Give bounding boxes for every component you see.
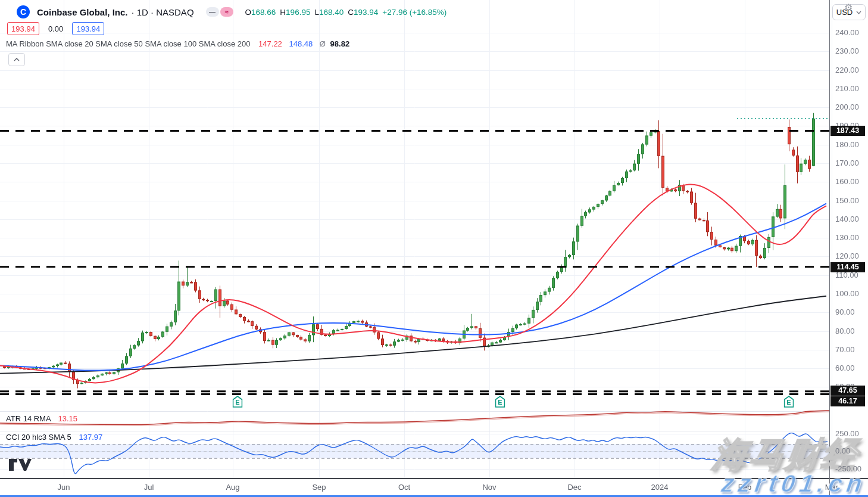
cci-indicator-legend[interactable]: CCI 20 hlc3 SMA 5 137.97 xyxy=(6,433,102,442)
price-tick-label: 160.00 xyxy=(835,177,859,186)
ma-ribbon-label: MA Ribbon SMA close 20 SMA close 50 SMA … xyxy=(6,39,250,48)
hide-indicator-icon[interactable]: — xyxy=(206,7,219,17)
time-tick-label: 2024 xyxy=(651,483,669,492)
price-axis[interactable]: USD 240.00230.00220.00210.00200.00190.00… xyxy=(830,0,868,497)
ma-average-value: 98.82 xyxy=(330,39,350,48)
time-tick-label: Jul xyxy=(144,483,154,492)
low-value: 168.40 xyxy=(319,8,344,17)
price-level-tag: 46.17 xyxy=(830,396,865,406)
price-level-tag: 47.65 xyxy=(830,386,865,396)
ma-ribbon-legend[interactable]: MA Ribbon SMA close 20 SMA close 50 SMA … xyxy=(6,39,349,50)
price-tick-label: 60.00 xyxy=(835,364,855,372)
symbol-interval-exchange: · 1D · NASDAQ xyxy=(132,7,194,17)
time-tick-label: Oct xyxy=(398,483,410,492)
bid-ask-row: 193.94 0.00 193.94 xyxy=(7,21,104,36)
cci-value: 137.97 xyxy=(79,433,102,442)
price-tick-label: 130.00 xyxy=(835,233,859,242)
spread-value: 0.00 xyxy=(48,24,63,33)
price-tick-label: 220.00 xyxy=(835,66,859,74)
ma-average-symbol: Ø xyxy=(320,39,326,48)
legend-pills: — ≈ xyxy=(206,7,233,17)
sell-price-button[interactable]: 193.94 xyxy=(7,22,39,35)
tradingview-chart-window: C Coinbase Global, Inc. · 1D · NASDAQ — … xyxy=(0,0,868,497)
tradingview-logo[interactable] xyxy=(8,458,32,472)
symbol-title[interactable]: Coinbase Global, Inc. xyxy=(37,7,128,17)
price-tick-label: 90.00 xyxy=(835,307,855,316)
low-key: L xyxy=(314,8,319,17)
price-tick-label: 140.00 xyxy=(835,215,859,223)
atr-value: 13.15 xyxy=(58,414,78,423)
high-key: H xyxy=(280,8,286,17)
close-key: C xyxy=(348,8,354,17)
price-tick-label: 210.00 xyxy=(835,84,859,93)
cci-label: CCI 20 hlc3 SMA 5 xyxy=(6,433,71,442)
price-tick-label: 70.00 xyxy=(835,345,855,354)
price-tick-label: 200.00 xyxy=(835,102,859,111)
gear-icon[interactable]: ⚙ xyxy=(844,2,853,13)
price-tick-label: 230.00 xyxy=(835,46,859,55)
price-tick-label: 80.00 xyxy=(835,327,855,336)
time-tick-label: Dec xyxy=(567,483,581,492)
earnings-marker[interactable]: E xyxy=(495,396,505,408)
price-tick-label: 240.00 xyxy=(835,28,859,37)
high-value: 196.95 xyxy=(286,8,310,17)
price-tick-label: 100.00 xyxy=(835,289,859,298)
buy-price-button[interactable]: 193.94 xyxy=(72,22,104,35)
chart-canvas[interactable] xyxy=(0,0,868,497)
time-tick-label: Sep xyxy=(312,483,326,492)
atr-indicator-legend[interactable]: ATR 14 RMA 13.15 xyxy=(6,414,77,423)
open-value: 168.66 xyxy=(251,8,276,17)
collapse-legend-button[interactable] xyxy=(8,53,25,66)
earnings-marker[interactable]: E xyxy=(233,396,243,408)
price-tick-label: 120.00 xyxy=(835,251,859,260)
price-level-tag: 187.43 xyxy=(830,126,865,136)
chevron-down-icon xyxy=(856,11,861,14)
svg-text:E: E xyxy=(786,399,791,406)
earnings-marker[interactable]: E xyxy=(784,396,794,408)
close-value: 193.94 xyxy=(354,8,378,17)
svg-text:E: E xyxy=(498,399,502,406)
cci-tick-label: 250.00 xyxy=(835,429,859,438)
time-tick-label: Aug xyxy=(226,483,239,492)
atr-label: ATR 14 RMA xyxy=(6,414,51,423)
time-tick-label: Nov xyxy=(482,483,496,492)
price-tick-label: 180.00 xyxy=(835,140,859,149)
time-tick-label: Jun xyxy=(58,483,70,492)
price-tick-label: 150.00 xyxy=(835,196,859,205)
chevron-up-icon xyxy=(14,58,20,61)
wave-indicator-icon[interactable]: ≈ xyxy=(220,7,233,17)
ma-value-2: 148.48 xyxy=(289,39,313,48)
svg-text:E: E xyxy=(235,399,239,406)
watermark-line2: zzrt01.cn xyxy=(720,470,868,497)
ma-value-1: 147.22 xyxy=(258,39,282,48)
coinbase-logo: C xyxy=(17,5,30,18)
change-value: +27.96 (+16.85%) xyxy=(382,8,447,17)
symbol-title-row[interactable]: C Coinbase Global, Inc. · 1D · NASDAQ — … xyxy=(17,5,451,19)
open-key: O xyxy=(245,8,252,17)
price-level-tag: 114.45 xyxy=(830,262,865,272)
price-tick-label: 170.00 xyxy=(835,159,859,167)
ohlc-values: O168.66H196.95L168.40C193.94+27.96 (+16.… xyxy=(245,8,451,17)
cci-tick-label: 0.00 xyxy=(835,446,850,455)
